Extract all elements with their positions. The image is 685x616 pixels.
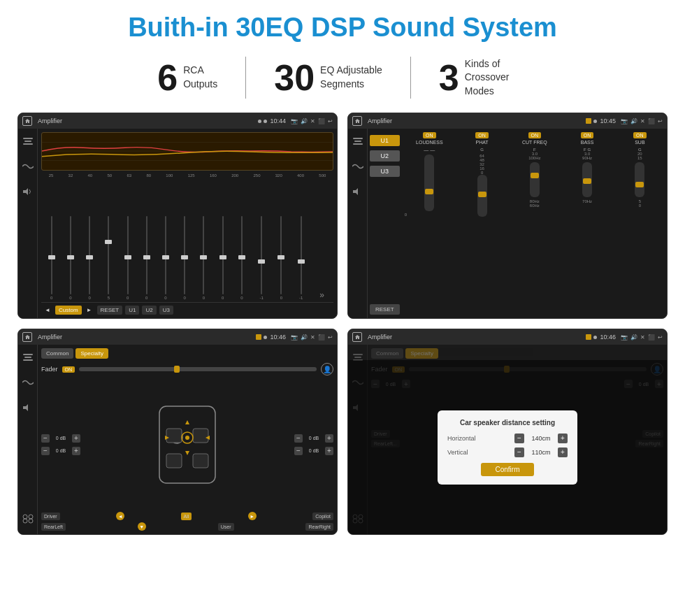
- home-icon-2[interactable]: [352, 116, 362, 126]
- horizontal-plus[interactable]: +: [558, 434, 568, 443]
- eq-slider-7[interactable]: 0: [184, 216, 186, 300]
- vol-minus-fr[interactable]: −: [294, 434, 303, 443]
- sidebar-1: [18, 129, 38, 318]
- horizontal-label: Horizontal: [447, 435, 486, 442]
- stat-label-crossover: Kinds ofCrossover Modes: [465, 57, 528, 99]
- col-cutfreq: ON CUT FREQ F 3.0 100Hz 80Hz 60Hz: [510, 132, 559, 217]
- u3-select[interactable]: U3: [370, 166, 400, 177]
- svg-point-9: [29, 519, 33, 523]
- u1-select[interactable]: U1: [370, 135, 400, 146]
- eq-icon[interactable]: [21, 134, 35, 148]
- all-btn[interactable]: All: [181, 513, 192, 520]
- speaker-bottom: Driver ◄ All ► Copilot: [41, 512, 333, 520]
- fader-on-badge[interactable]: ON: [62, 366, 75, 373]
- eq-slider-3[interactable]: 5: [108, 216, 110, 300]
- user-btn[interactable]: User: [218, 523, 234, 531]
- arrow-right[interactable]: ►: [248, 512, 257, 520]
- eq-slider-0[interactable]: 0: [50, 216, 52, 300]
- eq-slider-1[interactable]: 0: [69, 216, 71, 300]
- vol-plus-fl[interactable]: +: [72, 434, 80, 443]
- eq-slider-2[interactable]: 0: [88, 216, 90, 300]
- vol-minus-fl[interactable]: −: [41, 434, 50, 443]
- home-icon-3[interactable]: [22, 332, 32, 342]
- u2-select[interactable]: U2: [370, 150, 400, 162]
- u1-btn[interactable]: U1: [125, 306, 139, 315]
- vol-minus-rr[interactable]: −: [294, 447, 303, 455]
- eq-slider-6[interactable]: 0: [164, 216, 166, 300]
- status-icons-2: [586, 118, 597, 124]
- eq-icon-3[interactable]: [21, 350, 35, 364]
- status-time-2: 10:45: [600, 117, 616, 124]
- eq-slider-13[interactable]: -1: [299, 216, 303, 300]
- wave-icon-2[interactable]: [351, 159, 365, 173]
- home-icon-4[interactable]: [352, 332, 362, 342]
- prev-btn[interactable]: ◄: [43, 305, 52, 315]
- stat-item-crossover: 3 Kinds ofCrossover Modes: [411, 57, 556, 99]
- reset-crossover[interactable]: RESET: [370, 304, 400, 315]
- eq-slider-5[interactable]: 0: [145, 216, 147, 300]
- volume-icon[interactable]: [21, 185, 35, 199]
- wave-icon-3[interactable]: [21, 375, 35, 389]
- vol-minus-rl[interactable]: −: [41, 447, 50, 455]
- home-icon-1[interactable]: [22, 116, 32, 126]
- stat-number-rca: 6: [157, 59, 178, 96]
- svg-rect-14: [193, 429, 208, 443]
- stat-number-eq: 30: [274, 59, 315, 96]
- driver-btn[interactable]: Driver: [41, 513, 60, 520]
- stat-number-crossover: 3: [439, 59, 459, 96]
- play-btn[interactable]: ►: [85, 305, 94, 315]
- u3-btn[interactable]: U3: [159, 306, 173, 315]
- col-loudness: ON LOUDNESS —— 0: [405, 132, 454, 217]
- svg-point-8: [23, 519, 27, 523]
- eq-slider-4[interactable]: 0: [127, 216, 129, 300]
- eq-slider-10[interactable]: 0: [240, 216, 243, 300]
- vol-plus-rr[interactable]: +: [325, 447, 333, 455]
- wave-icon[interactable]: [21, 159, 35, 173]
- reset-btn-1[interactable]: RESET: [97, 306, 123, 315]
- tab-common[interactable]: Common: [41, 348, 73, 359]
- tab-specialty[interactable]: Specialty: [75, 348, 108, 359]
- app-name-2: Amplifier: [368, 117, 583, 124]
- on-badge-loudness[interactable]: ON: [423, 132, 436, 138]
- eq-slider-9[interactable]: 0: [222, 216, 224, 300]
- copilot-btn[interactable]: Copilot: [312, 513, 333, 520]
- arrow-down[interactable]: ▼: [138, 522, 146, 531]
- stat-item-rca: 6 RCAOutputs: [129, 59, 245, 96]
- confirm-button[interactable]: Confirm: [481, 463, 533, 476]
- volume-icon-2[interactable]: [351, 185, 365, 199]
- svg-marker-20: [185, 451, 189, 455]
- vol-value-fl: 0 dB: [51, 436, 71, 440]
- u2-btn[interactable]: U2: [142, 306, 156, 315]
- vertical-minus[interactable]: −: [514, 447, 524, 457]
- svg-marker-4: [353, 188, 358, 195]
- eq-slider-12[interactable]: 0: [280, 216, 282, 300]
- on-badge-cutfreq[interactable]: ON: [528, 132, 542, 138]
- on-badge-bass[interactable]: ON: [581, 132, 594, 138]
- horizontal-control: − 140cm +: [514, 434, 568, 443]
- volume-icon-3[interactable]: [21, 401, 35, 415]
- app-name-4: Amplifier: [368, 334, 583, 341]
- speaker-icon-3[interactable]: [21, 512, 35, 526]
- svg-rect-15: [166, 454, 182, 468]
- rearleft-btn[interactable]: RearLeft: [41, 523, 66, 531]
- rearright-btn[interactable]: RearRight: [305, 523, 333, 531]
- vol-control-rl: − 0 dB +: [41, 447, 80, 455]
- eq-slider-8[interactable]: 0: [203, 216, 205, 300]
- eq-slider-11[interactable]: -1: [260, 216, 264, 300]
- vol-plus-fr[interactable]: +: [325, 434, 333, 443]
- status-icons-right-2: 📷 🔊 ✕ ⬛ ↩: [621, 118, 663, 124]
- on-badge-phat[interactable]: ON: [475, 132, 489, 138]
- horizontal-value: 140cm: [527, 435, 555, 442]
- horizontal-minus[interactable]: −: [514, 434, 524, 443]
- eq-expand-btn[interactable]: »: [319, 290, 324, 300]
- vol-plus-rl[interactable]: +: [72, 447, 80, 455]
- eq-icon-2[interactable]: [351, 134, 365, 148]
- screen3: Amplifier 10:46 📷 🔊 ✕ ⬛ ↩: [17, 329, 338, 535]
- dialog-box: Car speaker distance setting Horizontal …: [438, 410, 577, 485]
- on-badge-sub[interactable]: ON: [633, 132, 647, 138]
- fader-slider[interactable]: [79, 367, 317, 371]
- vol-control-rr: − 0 dB +: [294, 447, 333, 455]
- svg-marker-0: [23, 188, 28, 195]
- arrow-left[interactable]: ◄: [116, 512, 124, 520]
- vertical-plus[interactable]: +: [558, 447, 568, 457]
